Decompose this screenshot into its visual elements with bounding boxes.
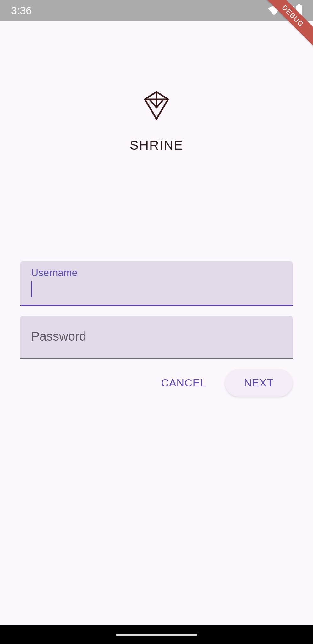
- app-title: SHRINE: [20, 138, 293, 153]
- login-form: Username Password CANCEL NEXT: [20, 261, 293, 397]
- diamond-logo-icon: [142, 90, 171, 122]
- password-placeholder: Password: [31, 322, 282, 351]
- status-bar: 3:36: [0, 0, 313, 21]
- next-button[interactable]: NEXT: [225, 369, 293, 397]
- status-time: 3:36: [11, 4, 32, 17]
- main-content: SHRINE Username Password CANCEL NEXT: [0, 90, 313, 397]
- navigation-bar: [0, 625, 313, 644]
- username-label: Username: [31, 267, 282, 279]
- password-field-container[interactable]: Password: [20, 316, 293, 359]
- text-cursor: [31, 281, 32, 297]
- username-input[interactable]: [31, 281, 282, 297]
- nav-home-pill[interactable]: [116, 634, 197, 636]
- logo-section: SHRINE: [20, 90, 293, 153]
- cancel-button[interactable]: CANCEL: [155, 369, 212, 397]
- button-row: CANCEL NEXT: [20, 369, 293, 397]
- username-field-container[interactable]: Username: [20, 261, 293, 306]
